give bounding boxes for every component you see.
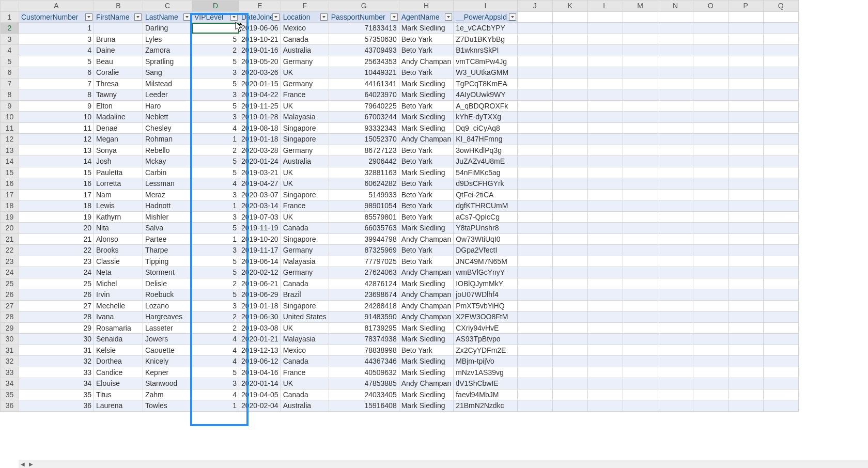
cell-D28[interactable]: 2 (192, 311, 239, 323)
cell-M36[interactable] (623, 400, 658, 412)
cell-L27[interactable] (587, 300, 623, 311)
cell-D3[interactable]: 5 (192, 34, 239, 45)
cell-Q2[interactable] (763, 23, 798, 34)
cell-J30[interactable] (517, 334, 552, 345)
cell-J5[interactable] (517, 56, 552, 67)
cell-A4[interactable]: 4 (19, 45, 94, 56)
cell-N23[interactable] (658, 256, 693, 267)
cell-M14[interactable] (623, 156, 658, 167)
cell-K3[interactable] (552, 34, 587, 45)
cell-F20[interactable]: Canada (281, 223, 329, 234)
cell-F28[interactable]: United States (281, 311, 329, 323)
cell-D14[interactable]: 5 (192, 156, 239, 167)
cell-E16[interactable]: 2019-04-27 (239, 178, 281, 190)
cell-F5[interactable]: Germany (281, 56, 329, 67)
column-header-O[interactable]: O (693, 1, 728, 12)
cell-A7[interactable]: 7 (19, 78, 94, 89)
cell-A19[interactable]: 19 (19, 211, 94, 223)
cell-K1[interactable] (552, 11, 587, 23)
cell-F2[interactable]: Mexico (281, 23, 329, 34)
cell-Q24[interactable] (763, 267, 798, 278)
cell-I19[interactable]: aCs7-QpIcCg (454, 211, 517, 223)
cell-A27[interactable]: 27 (19, 300, 94, 311)
cell-I12[interactable]: KI_847HFmng (454, 134, 517, 145)
cell-M12[interactable] (623, 134, 658, 145)
cell-A10[interactable]: 10 (19, 112, 94, 123)
cell-H21[interactable]: Andy Champan (399, 233, 454, 245)
cell-A30[interactable]: 30 (19, 334, 94, 345)
cell-F14[interactable]: Australia (281, 156, 329, 167)
cell-M20[interactable] (623, 223, 658, 234)
cell-H15[interactable]: Mark Siedling (399, 167, 454, 178)
cell-Q20[interactable] (763, 223, 798, 234)
cell-L22[interactable] (587, 245, 623, 256)
cell-D17[interactable]: 3 (192, 189, 239, 200)
cell-M24[interactable] (623, 267, 658, 278)
cell-Q34[interactable] (763, 378, 798, 389)
cell-B6[interactable]: Coralie (94, 67, 143, 79)
cell-J31[interactable] (517, 345, 552, 356)
cell-J7[interactable] (517, 78, 552, 89)
filter-button-D[interactable] (230, 13, 238, 21)
cell-Q3[interactable] (763, 34, 798, 45)
column-header-J[interactable]: J (517, 1, 552, 12)
cell-G2[interactable]: 71833413 (329, 23, 399, 34)
cell-L35[interactable] (587, 389, 623, 400)
cell-E24[interactable]: 2020-02-12 (239, 267, 281, 278)
cell-A6[interactable]: 6 (19, 67, 94, 79)
cell-P3[interactable] (728, 34, 763, 45)
cell-E29[interactable]: 2019-03-08 (239, 322, 281, 334)
cell-L33[interactable] (587, 367, 623, 378)
cell-D34[interactable]: 3 (192, 378, 239, 389)
cell-P16[interactable] (728, 178, 763, 190)
cell-A32[interactable]: 32 (19, 356, 94, 367)
cell-C10[interactable]: Neblett (143, 112, 192, 123)
cell-N11[interactable] (658, 122, 693, 134)
cell-J36[interactable] (517, 400, 552, 412)
cell-J11[interactable] (517, 122, 552, 134)
filter-button-I[interactable] (509, 13, 516, 21)
cell-Q36[interactable] (763, 400, 798, 412)
cell-J21[interactable] (517, 233, 552, 245)
filter-button-H[interactable] (445, 13, 452, 21)
cell-J18[interactable] (517, 200, 552, 212)
scroll-right-arrow[interactable]: ▶ (27, 460, 35, 468)
cell-J2[interactable] (517, 23, 552, 34)
cell-K13[interactable] (552, 145, 587, 156)
cell-I11[interactable]: Dq9_ciCyAq8 (454, 122, 517, 134)
cell-M2[interactable] (623, 23, 658, 34)
cell-M31[interactable] (623, 345, 658, 356)
row-header-26[interactable]: 26 (1, 289, 19, 301)
cell-K33[interactable] (552, 367, 587, 378)
cell-O23[interactable] (693, 256, 728, 267)
cell-F4[interactable]: Australia (281, 45, 329, 56)
cell-L18[interactable] (587, 200, 623, 212)
cell-J20[interactable] (517, 223, 552, 234)
cell-O30[interactable] (693, 334, 728, 345)
cell-G9[interactable]: 79640225 (329, 100, 399, 112)
cell-J10[interactable] (517, 112, 552, 123)
cell-D2[interactable] (192, 23, 239, 34)
cell-P6[interactable] (728, 67, 763, 79)
cell-O14[interactable] (693, 156, 728, 167)
cell-N8[interactable] (658, 89, 693, 101)
cell-P33[interactable] (728, 367, 763, 378)
cell-A13[interactable]: 13 (19, 145, 94, 156)
cell-P25[interactable] (728, 278, 763, 289)
cell-C26[interactable]: Roebuck (143, 289, 192, 301)
row-header-27[interactable]: 27 (1, 300, 19, 311)
cell-N25[interactable] (658, 278, 693, 289)
cell-O24[interactable] (693, 267, 728, 278)
cell-C5[interactable]: Spratling (143, 56, 192, 67)
cell-N13[interactable] (658, 145, 693, 156)
cell-O34[interactable] (693, 378, 728, 389)
cell-D16[interactable]: 4 (192, 178, 239, 190)
cell-Q14[interactable] (763, 156, 798, 167)
cell-O21[interactable] (693, 233, 728, 245)
cell-G26[interactable]: 23698674 (329, 289, 399, 301)
cell-D4[interactable]: 2 (192, 45, 239, 56)
cell-A24[interactable]: 24 (19, 267, 94, 278)
cell-G18[interactable]: 98901054 (329, 200, 399, 212)
cell-G36[interactable]: 15916408 (329, 400, 399, 412)
row-header-18[interactable]: 18 (1, 200, 19, 212)
